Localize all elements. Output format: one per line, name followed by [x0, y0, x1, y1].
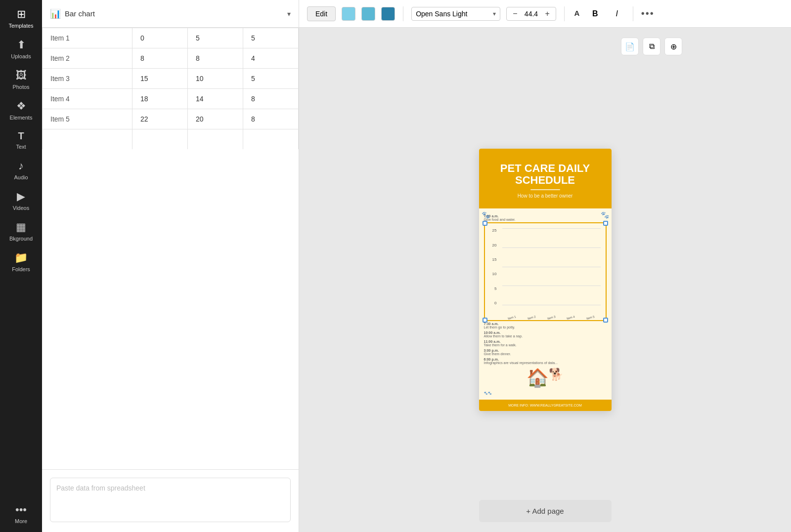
- card-title-underline: [530, 189, 560, 190]
- photos-icon: 🖼: [16, 69, 27, 82]
- illustration-area: 🏠 🐕: [484, 366, 607, 390]
- text-color-button[interactable]: A: [572, 9, 581, 18]
- toolbar-divider-1: [403, 6, 403, 21]
- uploads-icon: ⬆: [17, 39, 26, 51]
- x-label-1: Item 1: [508, 315, 517, 320]
- color-swatch-2[interactable]: [361, 7, 375, 21]
- mini-chart[interactable]: 25 20 15 10 5 0: [484, 222, 607, 321]
- font-size-decrease[interactable]: −: [511, 9, 519, 18]
- x-label-5: Item 5: [586, 315, 595, 320]
- y-axis-labels: 25 20 15 10 5 0: [485, 228, 499, 305]
- more-icon: •••: [15, 503, 27, 516]
- y-label-15: 15: [485, 257, 497, 262]
- schedule-item-6: 6:00 p.m.Infographics are visual represe…: [484, 357, 607, 366]
- color-swatch-3[interactable]: [381, 7, 395, 21]
- card-subtitle: How to be a better owner: [489, 193, 602, 199]
- sidebar-item-templates-label: Templates: [8, 23, 33, 29]
- table-cell[interactable]: Item 4: [43, 89, 132, 109]
- table-cell[interactable]: 8: [132, 48, 188, 69]
- sidebar-item-folders[interactable]: 📁 Folders: [2, 247, 40, 276]
- sidebar-item-text-label: Text: [16, 144, 26, 150]
- chart-dropdown-arrow[interactable]: ▾: [287, 10, 291, 18]
- more-options-button[interactable]: •••: [641, 8, 655, 19]
- templates-icon: ⊞: [17, 8, 26, 21]
- handle-bottom-right[interactable]: [603, 318, 608, 323]
- table-row[interactable]: Item 315105: [43, 69, 299, 89]
- table-cell[interactable]: 5: [243, 69, 299, 89]
- x-label-4: Item 4: [567, 315, 575, 320]
- table-cell[interactable]: 22: [132, 109, 188, 129]
- card-body: 🐾 🐾 7:00 a.m.Give food and water. 25: [479, 208, 612, 400]
- sidebar-item-elements[interactable]: ❖ Elements: [2, 96, 40, 124]
- schedule-item-2: 7:30 a.m.Let them go to potty.: [484, 321, 607, 330]
- table-cell[interactable]: 0: [132, 28, 188, 48]
- sidebar-item-more-label: More: [15, 518, 27, 524]
- sidebar-item-templates[interactable]: ⊞ Templates: [2, 4, 40, 33]
- table-cell-empty: [188, 129, 243, 150]
- table-cell[interactable]: 20: [188, 109, 243, 129]
- card-title-line1: PET CARE DAILY: [489, 163, 602, 174]
- add-page-button[interactable]: + Add page: [479, 500, 612, 522]
- table-row[interactable]: Item 418148: [43, 89, 299, 109]
- sidebar-item-uploads[interactable]: ⬆ Uploads: [2, 35, 40, 63]
- sidebar-item-photos[interactable]: 🖼 Photos: [2, 65, 40, 94]
- table-cell[interactable]: 8: [188, 48, 243, 69]
- copy-icon-button[interactable]: ⧉: [643, 38, 660, 55]
- table-cell[interactable]: 10: [188, 69, 243, 89]
- table-cell[interactable]: 8: [243, 109, 299, 129]
- table-cell[interactable]: Item 1: [43, 28, 132, 48]
- handle-bottom-left[interactable]: [483, 318, 487, 323]
- x-label-3: Item 3: [547, 315, 556, 320]
- y-label-20: 20: [485, 243, 497, 247]
- table-cell[interactable]: Item 2: [43, 48, 132, 69]
- font-size-control: − 44.4 +: [506, 7, 556, 21]
- sidebar-item-more[interactable]: ••• More: [2, 499, 40, 528]
- table-row[interactable]: Item 1055: [43, 28, 299, 48]
- card-title-line2: SCHEDULE: [489, 174, 602, 186]
- chart-data-table: Item 1055Item 2884Item 315105Item 418148…: [42, 28, 299, 149]
- table-row-empty: [43, 129, 299, 150]
- font-family-selector[interactable]: Open Sans Light ▾: [411, 7, 500, 21]
- card-header: PET CARE DAILY SCHEDULE How to be a bett…: [479, 149, 612, 208]
- table-cell[interactable]: Item 3: [43, 69, 132, 89]
- font-size-increase[interactable]: +: [543, 9, 551, 18]
- table-cell[interactable]: 15: [132, 69, 188, 89]
- table-cell[interactable]: 18: [132, 89, 188, 109]
- handle-top-right[interactable]: [603, 221, 608, 226]
- color-swatch-1[interactable]: [342, 7, 355, 21]
- top-toolbar: Edit Open Sans Light ▾ − 44.4 + A B I ••…: [299, 0, 791, 28]
- infographic-card[interactable]: PET CARE DAILY SCHEDULE How to be a bett…: [479, 149, 612, 411]
- workspace: 📄 ⧉ ⊕ PET CARE DAILY SCHEDULE How to be …: [299, 28, 791, 532]
- sidebar-item-text[interactable]: T Text: [2, 126, 40, 154]
- italic-button[interactable]: I: [609, 6, 625, 22]
- table-cell[interactable]: Item 5: [43, 109, 132, 129]
- data-table: Item 1055Item 2884Item 315105Item 418148…: [42, 28, 299, 469]
- table-cell[interactable]: 5: [243, 28, 299, 48]
- handle-top-left[interactable]: [483, 221, 487, 226]
- left-panel: 📊 Bar chart ▾ Item 1055Item 2884Item 315…: [42, 0, 299, 532]
- chart-selector[interactable]: 📊 Bar chart ▾: [42, 0, 299, 28]
- add-icon-button[interactable]: ⊕: [664, 38, 682, 55]
- sidebar-item-audio[interactable]: ♪ Audio: [2, 156, 40, 184]
- font-size-value: 44.4: [521, 10, 541, 18]
- table-cell[interactable]: 8: [243, 89, 299, 109]
- table-cell[interactable]: 14: [188, 89, 243, 109]
- page-icon-button[interactable]: 📄: [621, 38, 639, 55]
- edit-button[interactable]: Edit: [307, 6, 336, 21]
- table-cell[interactable]: 4: [243, 48, 299, 69]
- paste-spreadsheet-input[interactable]: [50, 478, 291, 522]
- toolbar-divider-3: [633, 6, 633, 21]
- table-row[interactable]: Item 522208: [43, 109, 299, 129]
- canvas-top-icons: 📄 ⧉ ⊕: [621, 38, 682, 55]
- table-cell[interactable]: 5: [188, 28, 243, 48]
- elements-icon: ❖: [16, 100, 26, 113]
- bold-button[interactable]: B: [587, 6, 603, 22]
- sidebar-item-bkground[interactable]: ▦ Bkground: [2, 217, 40, 246]
- sidebar-item-videos[interactable]: ▶ Videos: [2, 186, 40, 215]
- schedule-item-1: 7:00 a.m.Give food and water.: [484, 212, 607, 222]
- text-color-icon: A: [574, 9, 579, 17]
- paw-decor-2: 🐾: [601, 211, 609, 219]
- table-row[interactable]: Item 2884: [43, 48, 299, 69]
- card-footer-text: MORE INFO: WWW.REALLYGREATSITE.COM: [508, 404, 582, 407]
- sidebar-item-photos-label: Photos: [12, 84, 29, 90]
